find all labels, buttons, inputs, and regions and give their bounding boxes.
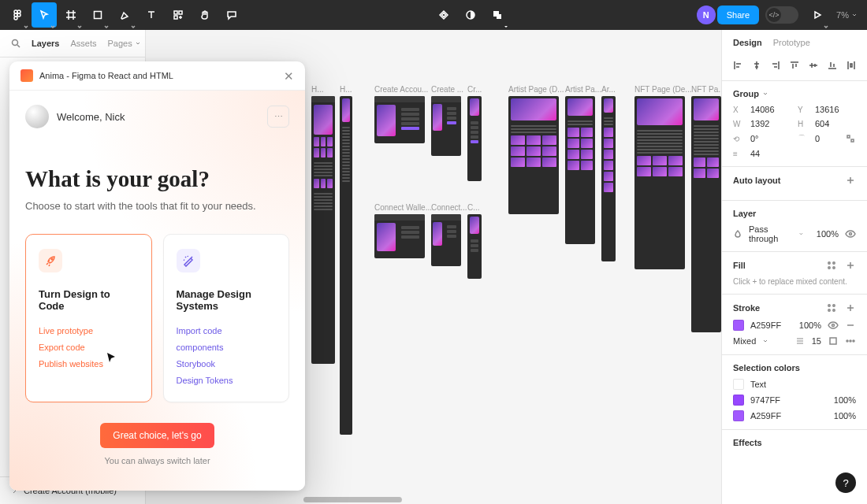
stroke-side-icon[interactable] (828, 335, 839, 346)
gap-input[interactable]: 44 (750, 149, 791, 158)
visibility-icon[interactable] (828, 320, 839, 331)
align-right-icon[interactable] (769, 58, 783, 72)
color-opacity[interactable]: 100% (834, 395, 856, 405)
selection-color-row[interactable]: Text (733, 379, 856, 390)
frame-stack[interactable]: NFT Pa... (691, 85, 725, 332)
frame-stack[interactable]: Artist Pa... (565, 85, 601, 244)
cta-button[interactable]: Great choice, let's go (100, 423, 214, 448)
section-effects: Effects (722, 430, 867, 461)
frame-stack[interactable]: Ar... (601, 85, 616, 261)
frame-stack[interactable]: H... (311, 85, 335, 364)
move-tool[interactable] (32, 2, 57, 28)
align-hcenter-icon[interactable] (750, 58, 764, 72)
right-panel: Design Prototype Group X 14086 Y 13616 W… (721, 30, 867, 504)
frame-stack[interactable]: H... (340, 85, 352, 435)
goal-link[interactable]: Live prototype (39, 323, 93, 339)
h-input[interactable]: 604 (815, 119, 856, 128)
visibility-icon[interactable] (845, 228, 856, 239)
layer-opacity-input[interactable]: 100% (817, 229, 839, 239)
rocket-icon (39, 249, 62, 272)
color-swatch[interactable] (733, 395, 744, 406)
stroke-opacity[interactable]: 100% (799, 321, 821, 330)
color-swatch[interactable] (733, 379, 744, 390)
kebab-menu-button[interactable]: ⋯ (267, 106, 289, 128)
tab-assets[interactable]: Assets (70, 39, 96, 48)
styles-icon[interactable] (826, 302, 837, 313)
frame-stack[interactable]: Create Accou... (374, 85, 428, 143)
align-vcenter-icon[interactable] (806, 58, 820, 72)
selection-color-row[interactable]: 9747FF 100% (733, 395, 856, 406)
comment-tool[interactable] (219, 2, 244, 28)
svg-point-15 (850, 233, 852, 235)
goal-link[interactable]: Import code components (177, 323, 267, 356)
goal-link[interactable]: Storybook (177, 356, 216, 372)
search-icon[interactable] (11, 38, 20, 49)
blend-mode-select[interactable]: Pass through (749, 224, 792, 243)
goal-link[interactable]: Export code (39, 339, 85, 356)
add-icon[interactable] (845, 260, 856, 271)
rotation-input[interactable]: 0° (750, 134, 791, 143)
styles-icon[interactable] (826, 260, 837, 271)
grid-icon[interactable] (431, 2, 456, 28)
tab-layers[interactable]: Layers (32, 39, 59, 48)
canvas-scrollbar-horizontal[interactable] (303, 497, 564, 502)
hand-tool[interactable] (192, 2, 218, 28)
goal-link[interactable]: Design Tokens (177, 372, 233, 389)
x-input[interactable]: 14086 (750, 105, 791, 114)
color-swatch[interactable] (733, 410, 744, 421)
stroke-weight-input[interactable]: 15 (812, 336, 821, 346)
y-input[interactable]: 13616 (815, 105, 856, 114)
zoom-dropdown[interactable]: 7% (832, 10, 862, 20)
color-label: A259FF (750, 411, 781, 421)
goal-card-design-systems[interactable]: Manage Design Systems Import code compon… (163, 234, 290, 402)
topbar-right: N Share </> 7% (697, 2, 862, 28)
pen-tool[interactable] (112, 2, 137, 28)
align-top-icon[interactable] (788, 58, 802, 72)
stroke-hex[interactable]: A259FF (750, 321, 781, 330)
stroke-style-select[interactable]: Mixed (733, 336, 756, 346)
color-opacity[interactable]: 100% (834, 411, 856, 421)
pages-dropdown[interactable]: Pages (108, 39, 141, 48)
goal-link[interactable]: Publish websites (39, 356, 103, 372)
tab-design[interactable]: Design (733, 38, 762, 47)
user-avatar[interactable]: N (697, 6, 716, 24)
frame-stack[interactable]: Artist Page (D... (508, 85, 564, 214)
share-button[interactable]: Share (717, 6, 759, 24)
devmode-toggle[interactable]: </> (765, 6, 798, 24)
frame-stack[interactable]: NFT Page (De... (634, 85, 692, 269)
w-input[interactable]: 1392 (750, 119, 791, 128)
play-button[interactable] (805, 2, 830, 28)
distribute-icon[interactable] (844, 58, 858, 72)
resources-tool[interactable] (166, 2, 191, 28)
stroke-swatch[interactable] (733, 320, 744, 331)
section-layer: Layer Pass through 100% (722, 201, 867, 252)
more-icon[interactable] (845, 335, 856, 346)
shape-tool[interactable] (85, 2, 110, 28)
align-bottom-icon[interactable] (825, 58, 839, 72)
component-icon[interactable] (485, 2, 510, 28)
close-icon[interactable]: ✕ (284, 70, 294, 82)
frame-stack[interactable]: Connect... (431, 203, 467, 266)
frame-stack[interactable]: C... (467, 203, 482, 279)
frame-stack[interactable]: Create ... (431, 85, 463, 156)
goal-card-code[interactable]: Turn Design to Code Live prototype Expor… (25, 234, 152, 402)
align-left-icon[interactable] (731, 58, 745, 72)
add-icon[interactable] (845, 175, 856, 186)
goal-card-links: Import code components Storybook Design … (177, 323, 277, 389)
section-stroke: Stroke A259FF 100% Mixed 15 (722, 295, 867, 355)
contrast-icon[interactable] (458, 2, 483, 28)
plugin-modal: Anima - Figma to React and HTML ✕ Welcom… (9, 61, 305, 491)
corner-input[interactable]: 0 (815, 134, 820, 143)
selection-color-row[interactable]: A259FF 100% (733, 410, 856, 421)
frame-stack[interactable]: Connect Walle... (374, 203, 432, 258)
tab-prototype[interactable]: Prototype (773, 38, 810, 47)
frame-stack[interactable]: Cr... (467, 85, 482, 181)
help-fab[interactable]: ? (835, 472, 856, 493)
figma-menu-button[interactable] (5, 2, 30, 28)
rotation-icon: ⟲ (733, 135, 744, 143)
remove-icon[interactable] (845, 320, 856, 331)
text-tool[interactable] (139, 2, 164, 28)
add-icon[interactable] (845, 302, 856, 313)
corner-detail-icon[interactable] (845, 133, 856, 144)
frame-tool[interactable] (58, 2, 84, 28)
